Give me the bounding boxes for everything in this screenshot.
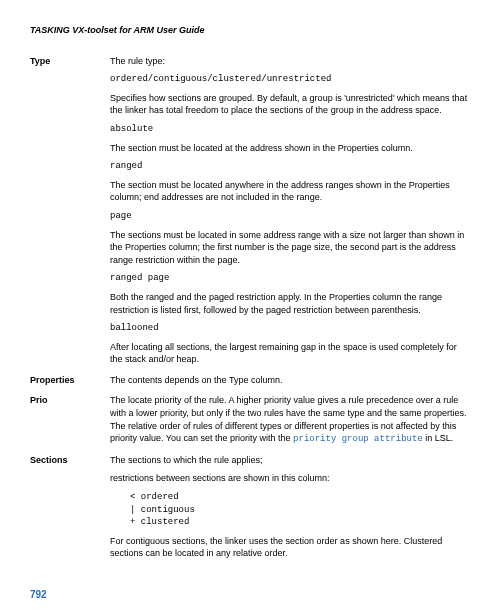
type-code-3: ranged <box>110 160 470 173</box>
properties-text: The contents depends on the Type column. <box>110 374 470 387</box>
page-header: TASKING VX-toolset for ARM User Guide <box>30 24 470 37</box>
type-intro: The rule type: <box>110 55 470 68</box>
sections-list: < ordered | contiguous + clustered <box>130 491 470 529</box>
sections-p1: The sections to which the rule applies; <box>110 454 470 467</box>
type-code-6: ballooned <box>110 322 470 335</box>
page-number: 792 <box>30 588 47 602</box>
type-p4: The sections must be located in some add… <box>110 229 470 267</box>
row-sections: Sections The sections to which the rule … <box>30 454 470 566</box>
content-properties: The contents depends on the Type column. <box>110 374 470 393</box>
type-code-1: ordered/contiguous/clustered/unrestricte… <box>110 73 470 86</box>
type-code-5: ranged page <box>110 272 470 285</box>
sections-p3: For contiguous sections, the linker uses… <box>110 535 470 560</box>
label-prio: Prio <box>30 394 110 451</box>
prio-text: The locate priority of the rule. A highe… <box>110 394 470 445</box>
sections-p2: restrictions between sections are shown … <box>110 472 470 485</box>
type-p5: Both the ranged and the paged restrictio… <box>110 291 470 316</box>
row-prio: Prio The locate priority of the rule. A … <box>30 394 470 451</box>
label-type: Type <box>30 55 110 372</box>
type-code-2: absolute <box>110 123 470 136</box>
type-p2: The section must be located at the addre… <box>110 142 470 155</box>
label-sections: Sections <box>30 454 110 566</box>
content-sections: The sections to which the rule applies; … <box>110 454 470 566</box>
type-p6: After locating all sections, the largest… <box>110 341 470 366</box>
list-ordered: < ordered <box>130 491 470 504</box>
type-p3: The section must be located anywhere in … <box>110 179 470 204</box>
label-properties: Properties <box>30 374 110 393</box>
row-type: Type The rule type: ordered/contiguous/c… <box>30 55 470 372</box>
row-properties: Properties The contents depends on the T… <box>30 374 470 393</box>
type-code-4: page <box>110 210 470 223</box>
type-p1: Specifies how sections are grouped. By d… <box>110 92 470 117</box>
list-contiguous: | contiguous <box>130 504 470 517</box>
list-clustered: + clustered <box>130 516 470 529</box>
content-prio: The locate priority of the rule. A highe… <box>110 394 470 451</box>
content-type: The rule type: ordered/contiguous/cluste… <box>110 55 470 372</box>
prio-code: priority group attribute <box>293 434 423 444</box>
prio-text-b: in LSL. <box>423 433 454 443</box>
